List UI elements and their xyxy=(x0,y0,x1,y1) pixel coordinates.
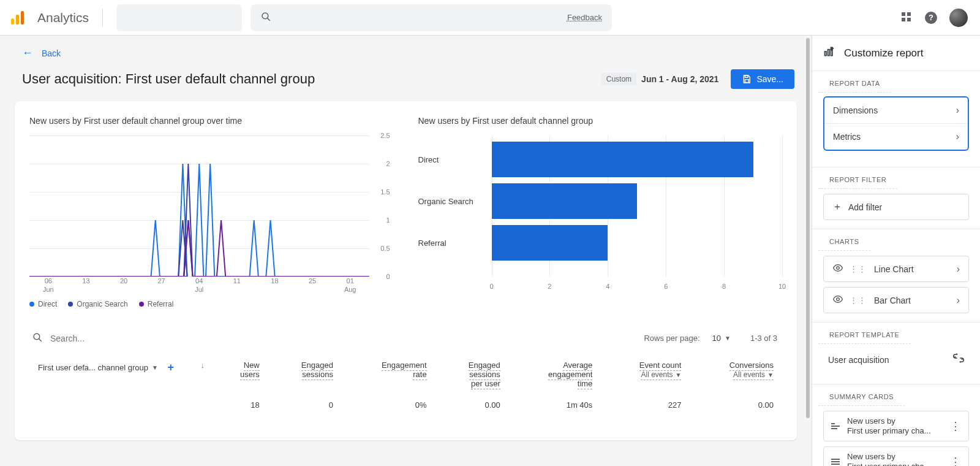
summary-card[interactable]: New users byFirst user primary cha... ⋮ xyxy=(823,446,969,466)
visibility-icon xyxy=(832,262,843,275)
drag-handle-icon[interactable]: ⋮⋮ xyxy=(850,264,867,273)
visibility-icon xyxy=(832,294,843,307)
col-engagement-rate[interactable]: Engagementrate xyxy=(382,361,427,380)
col-engaged-sessions-per-user[interactable]: Engagedsessionsper user xyxy=(469,361,500,389)
svg-point-0 xyxy=(262,13,268,19)
col-conversions[interactable]: Conversions xyxy=(729,361,774,371)
svg-rect-6 xyxy=(825,52,827,56)
svg-rect-3 xyxy=(745,80,749,83)
template-name: User acquisition xyxy=(828,355,889,365)
bar-chart-label: Bar Chart xyxy=(874,296,911,305)
bar-fill xyxy=(492,142,753,177)
dimensions-label: Dimensions xyxy=(833,105,878,115)
more-icon[interactable]: ⋮ xyxy=(948,419,963,433)
bar-chart-title: New users by First user default channel … xyxy=(418,116,783,126)
apps-icon[interactable] xyxy=(902,12,913,23)
dimension-dropdown[interactable]: First user defa... channel group ▼ xyxy=(38,363,158,372)
svg-rect-7 xyxy=(828,50,830,56)
bar-chart: 0246810 DirectOrganic SearchReferral xyxy=(418,136,783,295)
cell-avg-time: 1m 40s xyxy=(509,394,601,416)
chevron-right-icon: › xyxy=(956,131,959,142)
page-indicator: 1-3 of 3 xyxy=(750,334,777,343)
section-report-data: REPORT DATA xyxy=(818,71,891,93)
svg-line-5 xyxy=(39,339,42,342)
section-summary: SUMMARY CARDS xyxy=(818,384,905,406)
add-dimension-button[interactable]: + xyxy=(164,361,178,374)
unlink-icon[interactable] xyxy=(953,353,964,367)
svg-point-10 xyxy=(837,298,840,301)
feedback-link[interactable]: Feedback xyxy=(567,13,602,22)
section-charts: CHARTS xyxy=(818,229,870,251)
customize-icon xyxy=(823,45,835,61)
save-button-label: Save... xyxy=(756,74,783,84)
cell-sessions-per-user: 0.00 xyxy=(435,394,509,416)
analytics-logo xyxy=(11,11,24,25)
chevron-down-icon: ▼ xyxy=(725,335,731,342)
back-arrow-icon[interactable]: ← xyxy=(22,47,33,59)
date-range[interactable]: Jun 1 - Aug 2, 2021 xyxy=(641,74,718,84)
plus-icon: ＋ xyxy=(832,201,842,213)
table-search-icon xyxy=(32,332,43,345)
section-template: REPORT TEMPLATE xyxy=(818,323,911,344)
bar-category-label: Direct xyxy=(418,155,486,164)
rightpanel-title: Customize report xyxy=(844,47,923,59)
metrics-row[interactable]: Metrics › xyxy=(824,123,968,150)
cell-engaged-sessions: 0 xyxy=(268,394,342,416)
back-link[interactable]: Back xyxy=(42,48,61,58)
save-icon xyxy=(742,74,752,84)
drag-handle-icon[interactable]: ⋮⋮ xyxy=(850,296,867,305)
dimensions-row[interactable]: Dimensions › xyxy=(824,97,968,123)
svg-point-4 xyxy=(34,334,40,340)
section-report-filter: REPORT FILTER xyxy=(818,167,897,189)
chevron-right-icon: › xyxy=(957,264,960,275)
more-icon[interactable]: ⋮ xyxy=(948,455,963,466)
col-event-count[interactable]: Event count xyxy=(639,361,682,371)
add-filter-button[interactable]: ＋ Add filter xyxy=(823,194,969,220)
legend-item[interactable]: Organic Search xyxy=(68,300,127,308)
divider xyxy=(102,9,103,27)
bar-category-label: Organic Search xyxy=(418,197,486,206)
help-icon[interactable]: ? xyxy=(925,12,937,24)
scrollbar[interactable] xyxy=(806,36,811,428)
dimension-label: First user defa... channel group xyxy=(38,363,148,372)
account-selector[interactable] xyxy=(116,4,242,31)
avatar[interactable] xyxy=(949,9,968,27)
conversions-filter[interactable]: All events▼ xyxy=(733,370,774,380)
legend-item[interactable]: Direct xyxy=(29,300,57,308)
product-name: Analytics xyxy=(37,10,89,25)
svg-point-9 xyxy=(837,267,840,270)
line-chart: 00.511.522.5 06Jun13202704Jul11182501Aug xyxy=(29,136,394,295)
event-count-filter[interactable]: All events▼ xyxy=(641,370,681,380)
bar-fill xyxy=(492,183,637,219)
svg-line-1 xyxy=(268,18,270,21)
rows-per-page-value: 10 xyxy=(712,334,721,343)
table-icon xyxy=(831,459,841,465)
cell-conversions: 0.00 xyxy=(690,394,782,416)
sort-descending-icon[interactable]: ↓ xyxy=(201,361,205,370)
svg-rect-2 xyxy=(745,75,748,77)
global-search[interactable]: Feedback xyxy=(251,4,612,31)
cell-event-count: 227 xyxy=(601,394,690,416)
metrics-label: Metrics xyxy=(833,132,861,142)
chevron-down-icon: ▼ xyxy=(152,364,158,371)
col-new-users[interactable]: Newusers xyxy=(240,361,260,380)
bar-category-label: Referral xyxy=(418,239,486,248)
col-avg-engagement-time[interactable]: Averageengagementtime xyxy=(548,361,592,389)
line-chart-label: Line Chart xyxy=(874,264,914,274)
legend-item[interactable]: Referral xyxy=(139,300,174,308)
cell-engagement-rate: 0% xyxy=(342,394,435,416)
chevron-right-icon: › xyxy=(956,105,959,116)
chevron-right-icon: › xyxy=(957,295,960,306)
summary-card[interactable]: New users byFirst user primary cha... ⋮ xyxy=(823,411,969,441)
table-search-input[interactable] xyxy=(50,334,636,343)
line-chart-title: New users by First user default channel … xyxy=(29,116,394,126)
col-engaged-sessions[interactable]: Engagedsessions xyxy=(301,361,333,380)
chart-item-bar[interactable]: ⋮⋮ Bar Chart › xyxy=(823,287,969,313)
list-icon xyxy=(831,423,841,429)
chart-item-line[interactable]: ⋮⋮ Line Chart › xyxy=(823,256,969,282)
custom-chip: Custom xyxy=(601,73,636,85)
bar-fill xyxy=(492,225,608,261)
rows-per-page-select[interactable]: 10 ▼ xyxy=(712,334,731,343)
save-button[interactable]: Save... xyxy=(731,69,794,89)
add-filter-label: Add filter xyxy=(848,202,882,212)
